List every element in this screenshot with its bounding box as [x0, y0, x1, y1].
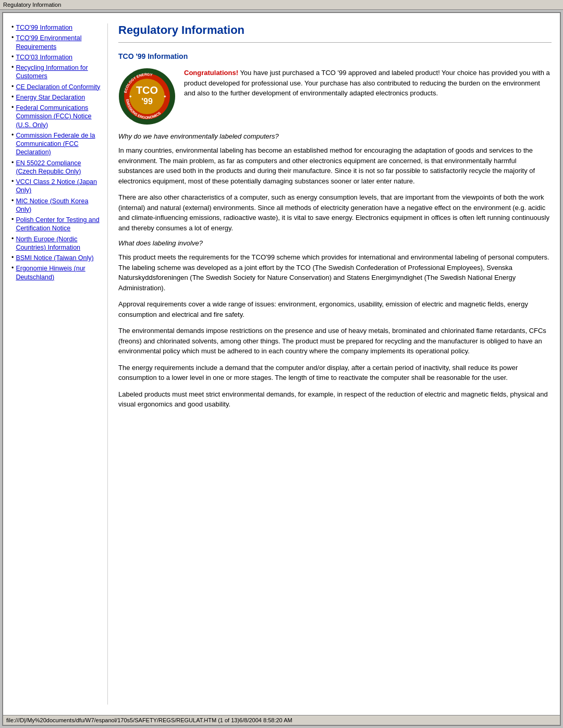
sidebar: TCO'99 InformationTCO'99 Environmental R…	[11, 23, 108, 705]
sidebar-item-tco99-env[interactable]: TCO'99 Environmental Requirements	[11, 34, 102, 51]
sidebar-link-energy-star[interactable]: Energy Star Declaration	[16, 93, 85, 102]
tco-logo: ECOLOGY ENERGY EMISSIONS ERGONOMICS TCO …	[118, 68, 176, 125]
sidebar-item-tco03-info[interactable]: TCO'03 Information	[11, 53, 102, 61]
svg-text:✦: ✦	[129, 94, 132, 99]
svg-text:✦: ✦	[163, 94, 167, 99]
sidebar-item-energy-star[interactable]: Energy Star Declaration	[11, 93, 102, 102]
heading2: What does labeling involve?	[118, 239, 552, 247]
sidebar-item-ergonomie[interactable]: Ergonomie Hinweis (nur Deutschland)	[11, 264, 102, 281]
page-content: TCO'99 InformationTCO'99 Environmental R…	[3, 13, 560, 715]
title-bar-text: Regulatory Information	[3, 2, 61, 8]
page-title: Regulatory Information	[118, 23, 552, 37]
browser-window: TCO'99 InformationTCO'99 Environmental R…	[2, 12, 561, 726]
sidebar-link-bsmi[interactable]: BSMI Notice (Taiwan Only)	[16, 254, 93, 262]
status-bar-text: file:///D|/My%20documents/dfu/W7/espanol…	[6, 717, 292, 723]
sidebar-item-vcci[interactable]: VCCI Class 2 Notice (Japan Only)	[11, 178, 102, 195]
sidebar-item-mic-notice[interactable]: MIC Notice (South Korea Only)	[11, 197, 102, 214]
sidebar-link-ergonomie[interactable]: Ergonomie Hinweis (nur Deutschland)	[16, 264, 102, 281]
sidebar-link-vcci[interactable]: VCCI Class 2 Notice (Japan Only)	[16, 178, 102, 195]
title-bar: Regulatory Information	[0, 0, 563, 10]
sidebar-item-fcc-declaration[interactable]: Commission Federale de la Communication …	[11, 131, 102, 157]
sidebar-item-polish-center[interactable]: Polish Center for Testing and Certificat…	[11, 216, 102, 233]
tco-intro-text: Congratulations! You have just purchased…	[184, 68, 552, 125]
sidebar-link-ce-declaration[interactable]: CE Declaration of Conformity	[16, 83, 100, 91]
heading1: Why do we have environmentally labeled c…	[118, 132, 552, 140]
sidebar-item-ce-declaration[interactable]: CE Declaration of Conformity	[11, 83, 102, 91]
paragraph2: There are also other characteristics of …	[118, 192, 552, 233]
paragraph4: Approval requirements cover a wide range…	[118, 299, 552, 319]
paragraph3: This product meets the requirements for …	[118, 252, 552, 293]
sidebar-link-recycling[interactable]: Recycling Information for Customers	[16, 64, 102, 81]
status-bar: file:///D|/My%20documents/dfu/W7/espanol…	[3, 715, 560, 725]
sidebar-link-polish-center[interactable]: Polish Center for Testing and Certificat…	[16, 216, 102, 233]
paragraph6: The energy requirements include a demand…	[118, 363, 552, 383]
sidebar-link-north-europe[interactable]: North Europe (Nordic Countries) Informat…	[16, 235, 102, 252]
sidebar-item-recycling[interactable]: Recycling Information for Customers	[11, 64, 102, 81]
sidebar-link-en55022[interactable]: EN 55022 Compliance (Czech Republic Only…	[16, 159, 102, 176]
sidebar-item-north-europe[interactable]: North Europe (Nordic Countries) Informat…	[11, 235, 102, 252]
divider	[118, 42, 552, 43]
tco-intro-section: ECOLOGY ENERGY EMISSIONS ERGONOMICS TCO …	[118, 68, 552, 125]
sidebar-link-fcc-notice[interactable]: Federal Communications Commission (FCC) …	[16, 104, 102, 129]
svg-text:'99: '99	[141, 97, 153, 106]
sidebar-nav: TCO'99 InformationTCO'99 Environmental R…	[11, 23, 102, 281]
paragraph7: Labeled products must meet strict enviro…	[118, 389, 552, 410]
congratulations-label: Congratulations!	[184, 69, 238, 77]
paragraph5: The environmental demands impose restric…	[118, 326, 552, 356]
main-content: Regulatory Information TCO '99 Informati…	[108, 23, 552, 705]
sidebar-item-fcc-notice[interactable]: Federal Communications Commission (FCC) …	[11, 104, 102, 129]
sidebar-link-fcc-declaration[interactable]: Commission Federale de la Communication …	[16, 131, 102, 157]
sidebar-link-tco99-env[interactable]: TCO'99 Environmental Requirements	[16, 34, 102, 51]
sidebar-item-en55022[interactable]: EN 55022 Compliance (Czech Republic Only…	[11, 159, 102, 176]
sidebar-link-tco03-info[interactable]: TCO'03 Information	[16, 53, 72, 61]
paragraph1: In many countries, environmental labelin…	[118, 145, 552, 186]
sidebar-link-mic-notice[interactable]: MIC Notice (South Korea Only)	[16, 197, 102, 214]
sidebar-link-tco99-info[interactable]: TCO'99 Information	[16, 23, 72, 32]
sidebar-item-tco99-info[interactable]: TCO'99 Information	[11, 23, 102, 32]
intro-paragraph: You have just purchased a TCO '99 approv…	[184, 69, 550, 97]
svg-text:TCO: TCO	[136, 84, 158, 96]
section-title: TCO '99 Information	[118, 52, 552, 60]
sidebar-item-bsmi[interactable]: BSMI Notice (Taiwan Only)	[11, 254, 102, 262]
